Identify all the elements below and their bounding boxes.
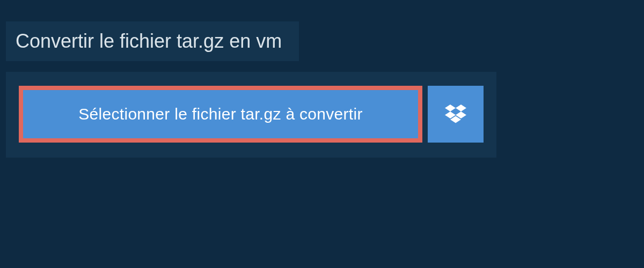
action-row: Sélectionner le fichier tar.gz à convert… bbox=[6, 72, 496, 158]
select-file-button[interactable]: Sélectionner le fichier tar.gz à convert… bbox=[19, 86, 422, 143]
converter-panel: Convertir le fichier tar.gz en vm Sélect… bbox=[6, 21, 496, 158]
page-title: Convertir le fichier tar.gz en vm bbox=[6, 21, 299, 61]
dropbox-button[interactable] bbox=[428, 86, 484, 143]
dropbox-icon bbox=[445, 105, 466, 124]
